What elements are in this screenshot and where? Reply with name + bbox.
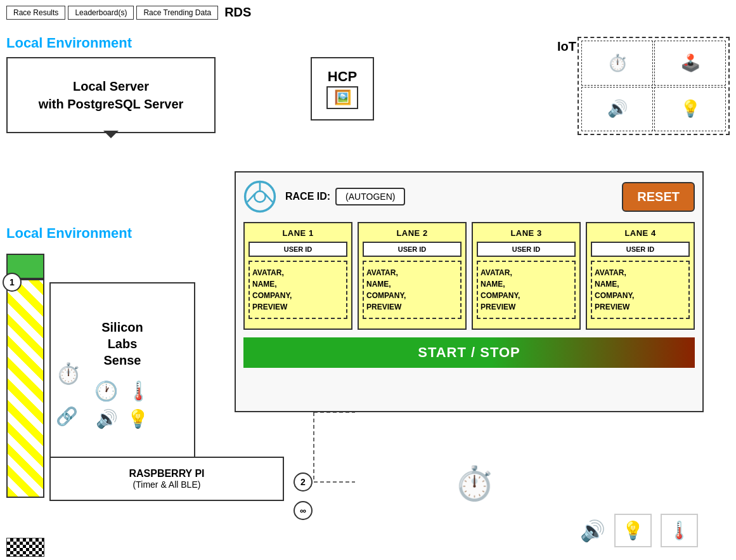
tab-race-trending[interactable]: Race Trending Data	[136, 6, 218, 20]
iot-cell-bulb: 💡	[654, 87, 726, 132]
lane-1-title: LANE 1	[249, 228, 347, 238]
lane-4-user-id-button[interactable]: USER ID	[591, 242, 690, 257]
lane-3-card: LANE 3 USER ID AVATAR,NAME,COMPANY,PREVI…	[472, 222, 581, 330]
lane-3-avatar-preview: AVATAR,NAME,COMPANY,PREVIEW	[477, 261, 576, 319]
bulb-card-bottom: 💡	[614, 514, 652, 547]
sound-icon-bottom: 🔊	[580, 519, 605, 543]
lane-3-user-id-button[interactable]: USER ID	[477, 242, 576, 257]
iot-cell-speedometer: ⏱️	[581, 41, 653, 86]
lane-3-title: LANE 3	[477, 228, 576, 238]
rpi-sub: (Timer & All BLE)	[133, 479, 201, 490]
thermometer-icon: 🌡️	[127, 380, 150, 402]
lane-4-card: LANE 4 USER ID AVATAR,NAME,COMPANY,PREVI…	[586, 222, 695, 330]
race-panel: RACE ID: (AUTOGEN) RESET LANE 1 USER ID …	[235, 171, 704, 412]
rpi-box: RASPBERRY PI (Timer & All BLE)	[49, 457, 284, 501]
circle-label-2: 2	[294, 472, 313, 492]
iot-cell-sound: 🔊	[581, 87, 653, 132]
hcp-box: HCP 🖼️	[311, 57, 374, 120]
hcp-label: HCP	[328, 68, 357, 85]
lane-2-user-id-button[interactable]: USER ID	[363, 242, 462, 257]
iot-box: ⏱️ 🕹️ 🔊 💡	[578, 37, 730, 135]
hcp-image-icon: 🖼️	[326, 86, 358, 109]
lane-2-card: LANE 2 USER ID AVATAR,NAME,COMPANY,PREVI…	[358, 222, 467, 330]
steering-wheel-icon	[243, 180, 276, 213]
iot-cell-gauge: 🕹️	[654, 41, 726, 86]
race-id-label: RACE ID:	[285, 191, 330, 202]
speedometer-icon: 🕐	[94, 380, 118, 402]
sensor-name: Silicon Labs Sense	[101, 319, 143, 368]
local-env-bottom-label: Local Environment	[6, 225, 132, 242]
circle-label-1: 1	[3, 273, 22, 292]
top-bar: Race Results Leaderboard(s) Race Trendin…	[6, 5, 730, 20]
local-server-text: Local Serverwith PostgreSQL Server	[39, 77, 184, 113]
local-env-top-label: Local Environment	[6, 35, 132, 51]
lane-1-card: LANE 1 USER ID AVATAR,NAME,COMPANY,PREVI…	[243, 222, 352, 330]
rds-label: RDS	[224, 5, 251, 20]
tab-leaderboards[interactable]: Leaderboard(s)	[68, 6, 134, 20]
thermo-card-bottom: 🌡️	[661, 514, 698, 547]
autogen-value: (AUTOGEN)	[335, 188, 405, 205]
start-stop-button[interactable]: START / STOP	[243, 337, 695, 368]
timer-icon-left: ⏱️	[56, 361, 81, 386]
lane-1-avatar-preview: AVATAR,NAME,COMPANY,PREVIEW	[249, 261, 347, 319]
lane-4-avatar-preview: AVATAR,NAME,COMPANY,PREVIEW	[591, 261, 690, 319]
lane-2-avatar-preview: AVATAR,NAME,COMPANY,PREVIEW	[363, 261, 462, 319]
reset-button[interactable]: RESET	[622, 182, 695, 212]
lanes-row: LANE 1 USER ID AVATAR,NAME,COMPANY,PREVI…	[243, 222, 695, 330]
iot-label: IoT	[557, 39, 576, 54]
link-icon: 🔗	[56, 406, 78, 427]
lane-4-title: LANE 4	[591, 228, 690, 238]
timer-icon-bottom-right: ⏱️	[454, 464, 495, 503]
checkered-bottom	[6, 538, 44, 557]
sound-icon: 🔊	[96, 408, 118, 429]
race-header: RACE ID: (AUTOGEN) RESET	[243, 180, 695, 213]
svg-point-1	[254, 191, 265, 202]
rpi-label: RASPBERRY PI	[129, 468, 204, 479]
progress-bar	[6, 279, 44, 498]
bulb-icon: 💡	[127, 408, 149, 429]
circle-label-inf: ∞	[294, 501, 313, 520]
lane-2-title: LANE 2	[363, 228, 462, 238]
local-server-box: Local Serverwith PostgreSQL Server	[6, 57, 216, 133]
sensor-icons-speed-temp: 🕐 🌡️	[94, 380, 150, 402]
sensor-icons-sound-bulb: 🔊 💡	[96, 408, 149, 429]
bottom-icon-row: 🔊 💡 🌡️	[580, 514, 698, 547]
lane-1-user-id-button[interactable]: USER ID	[249, 242, 347, 257]
tab-race-results[interactable]: Race Results	[6, 6, 65, 20]
